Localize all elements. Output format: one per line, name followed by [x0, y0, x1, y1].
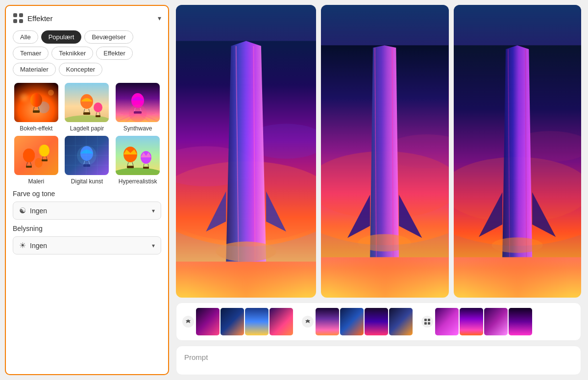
filter-bevaegelser[interactable]: Bevægelser: [84, 30, 133, 44]
svg-rect-89: [428, 319, 430, 321]
svg-rect-46: [42, 159, 48, 161]
effect-label-digital: Digital kunst: [71, 178, 103, 185]
svg-rect-88: [424, 319, 427, 321]
svg-rect-2: [13, 19, 17, 23]
filter-populaert[interactable]: Populært: [41, 30, 82, 44]
color-tone-icon: ☯: [19, 206, 26, 215]
sidebar-chevron-icon[interactable]: ▾: [158, 14, 161, 22]
svg-point-5: [20, 94, 28, 101]
lighting-dropdown[interactable]: ☀ Ingen ▾: [13, 236, 161, 254]
strip-thumb-3-1[interactable]: [435, 308, 459, 335]
thumb-group-2: [302, 308, 413, 335]
svg-rect-1: [19, 13, 23, 17]
strip-thumb-3-4[interactable]: [509, 308, 532, 335]
svg-point-9: [30, 93, 42, 107]
lighting-section: Belysning ☀ Ingen ▾: [13, 225, 161, 254]
effect-thumb-synthwave: [116, 83, 160, 122]
strip-thumb-2-3[interactable]: [365, 308, 388, 335]
filter-materialer[interactable]: Materialer: [13, 63, 56, 76]
effect-synthwave[interactable]: Synthwave: [114, 83, 161, 132]
color-tone-dropdown[interactable]: ☯ Ingen ▾: [13, 202, 161, 220]
svg-rect-22: [96, 115, 100, 117]
thumb-group-1-icon[interactable]: [182, 316, 194, 328]
lighting-icon: ☀: [19, 241, 26, 250]
svg-rect-90: [424, 322, 427, 325]
svg-rect-12: [33, 110, 40, 113]
color-tone-chevron-icon: ▾: [152, 207, 155, 214]
lighting-label: Belysning: [13, 225, 161, 232]
effect-thumb-lagdelt: [65, 83, 109, 122]
svg-rect-3: [19, 19, 23, 23]
strip-thumb-1-3[interactable]: [245, 308, 269, 335]
effect-maleri[interactable]: Maleri: [13, 136, 60, 185]
svg-rect-18: [83, 112, 90, 115]
svg-point-38: [35, 158, 43, 168]
effect-label-synthwave: Synthwave: [123, 125, 152, 132]
effect-bokeh[interactable]: Bokeh-effekt: [13, 83, 60, 132]
strip-thumb-2-4[interactable]: [389, 308, 413, 335]
svg-point-39: [23, 149, 35, 162]
filter-buttons: Alle Populært Bevægelser Temaer Teknikke…: [13, 30, 161, 76]
color-tone-label: Farve og tone: [13, 190, 161, 198]
thumb-group-3: [421, 308, 532, 335]
thumb-group-1: [182, 308, 293, 335]
effect-label-bokeh: Bokeh-effekt: [20, 125, 52, 132]
thumb-group-3-images: [435, 308, 532, 335]
thumbnail-strip: [176, 303, 581, 341]
effect-label-lagdelt: Lagdelt papir: [70, 125, 104, 132]
lighting-chevron-icon: ▾: [152, 242, 155, 249]
thumb-group-3-icon[interactable]: [421, 316, 433, 328]
effect-thumb-bokeh: [14, 83, 58, 122]
effect-digital[interactable]: Digital kunst: [64, 136, 111, 185]
thumb-group-2-icon[interactable]: [302, 316, 314, 328]
prompt-placeholder: Prompt: [184, 353, 208, 361]
sidebar: Effekter ▾ Alle Populært Bevægelser Tema…: [5, 5, 169, 375]
effect-hyper[interactable]: Hyperrealistisk: [114, 136, 161, 185]
strip-thumb-2-1[interactable]: [316, 308, 339, 335]
main-image-1[interactable]: [176, 5, 316, 298]
effect-label-hyper: Hyperrealistisk: [119, 178, 157, 185]
svg-point-43: [40, 145, 49, 156]
effect-lagdelt[interactable]: Lagdelt papir: [64, 83, 111, 132]
main-image-3[interactable]: [454, 5, 581, 298]
strip-thumb-3-3[interactable]: [484, 308, 508, 335]
sidebar-title: Effekter: [27, 14, 52, 23]
filter-alle[interactable]: Alle: [13, 30, 38, 44]
effect-thumb-maleri: [14, 136, 58, 175]
svg-point-7: [48, 90, 54, 96]
strip-thumb-1-1[interactable]: [196, 308, 220, 335]
svg-rect-68: [143, 167, 149, 169]
filter-koncepter[interactable]: Koncepter: [59, 63, 102, 76]
main-content: Prompt: [169, 0, 588, 380]
filter-effekter[interactable]: Effekter: [96, 47, 133, 60]
effect-label-maleri: Maleri: [28, 178, 44, 185]
color-tone-value: Ingen: [30, 207, 148, 215]
color-tone-section: Farve og tone ☯ Ingen ▾: [13, 190, 161, 220]
main-image-2[interactable]: [321, 5, 448, 298]
svg-rect-42: [26, 166, 32, 168]
effects-grid-icon: [13, 13, 24, 24]
effect-grid: Bokeh-effekt: [13, 83, 161, 185]
svg-rect-35: [14, 136, 58, 175]
image-grid: [176, 5, 581, 298]
strip-thumb-1-4[interactable]: [270, 308, 293, 335]
thumb-group-1-images: [196, 308, 293, 335]
effect-thumb-hyper: [116, 136, 160, 175]
prompt-area[interactable]: Prompt: [176, 346, 581, 375]
strip-thumb-1-2[interactable]: [220, 308, 244, 335]
effect-thumb-digital: [65, 136, 109, 175]
strip-thumb-2-2[interactable]: [340, 308, 364, 335]
strip-thumb-3-2[interactable]: [460, 308, 483, 335]
svg-rect-0: [13, 13, 17, 17]
sidebar-header-left: Effekter: [13, 13, 52, 24]
filter-teknikker[interactable]: Teknikker: [51, 47, 93, 60]
svg-point-19: [94, 102, 102, 112]
lighting-value: Ingen: [30, 242, 148, 250]
svg-rect-91: [428, 322, 430, 325]
svg-rect-52: [83, 164, 90, 167]
filter-temaer[interactable]: Temaer: [13, 47, 49, 60]
svg-rect-64: [127, 166, 134, 168]
thumb-group-2-images: [316, 308, 413, 335]
sidebar-header: Effekter ▾: [13, 13, 161, 24]
